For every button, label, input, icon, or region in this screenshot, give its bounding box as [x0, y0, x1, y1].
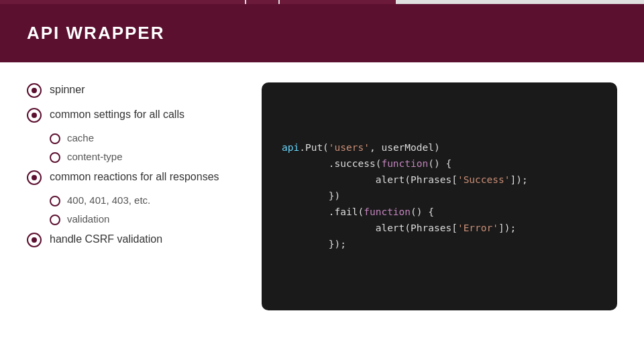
sub-bullet-text: cache	[67, 132, 94, 143]
sub-bullet-text: validation	[67, 213, 109, 225]
bullet-icon	[27, 108, 42, 123]
bullet-icon	[27, 83, 42, 98]
content-area: spinner common settings for all calls ca…	[0, 62, 644, 362]
sub-bullet-icon	[50, 133, 60, 144]
list-item: handle CSRF validation	[27, 232, 241, 247]
header: API WRAPPER	[0, 4, 644, 62]
list-item: cache	[50, 132, 241, 144]
list-item: validation	[50, 213, 241, 225]
bullet-icon	[27, 233, 42, 247]
slide: API WRAPPER spinner common settings for …	[0, 0, 644, 362]
sub-bullet-icon	[50, 196, 60, 206]
list-item: content-type	[50, 151, 241, 163]
sub-bullet-text: content-type	[67, 151, 123, 162]
code-block: api.Put('users', userModel) .success(fun…	[262, 82, 617, 310]
list-item: common reactions for all responses	[27, 170, 241, 185]
bullet-list: spinner common settings for all calls ca…	[27, 82, 241, 342]
sub-bullet-icon	[50, 215, 60, 225]
bullet-text: handle CSRF validation	[50, 232, 162, 247]
bullet-text: spinner	[50, 82, 85, 97]
sub-bullet-text: 400, 401, 403, etc.	[67, 194, 150, 206]
list-item: 400, 401, 403, etc.	[50, 194, 241, 206]
page-title: API WRAPPER	[27, 23, 164, 43]
bullet-text: common reactions for all responses	[50, 170, 219, 184]
bullet-icon	[27, 170, 42, 185]
bullet-text: common settings for all calls	[50, 107, 184, 122]
list-item: spinner	[27, 82, 241, 98]
code-content: api.Put('users', userModel) .success(fun…	[282, 140, 528, 252]
sub-bullet-icon	[50, 152, 60, 163]
list-item: common settings for all calls	[27, 107, 241, 123]
